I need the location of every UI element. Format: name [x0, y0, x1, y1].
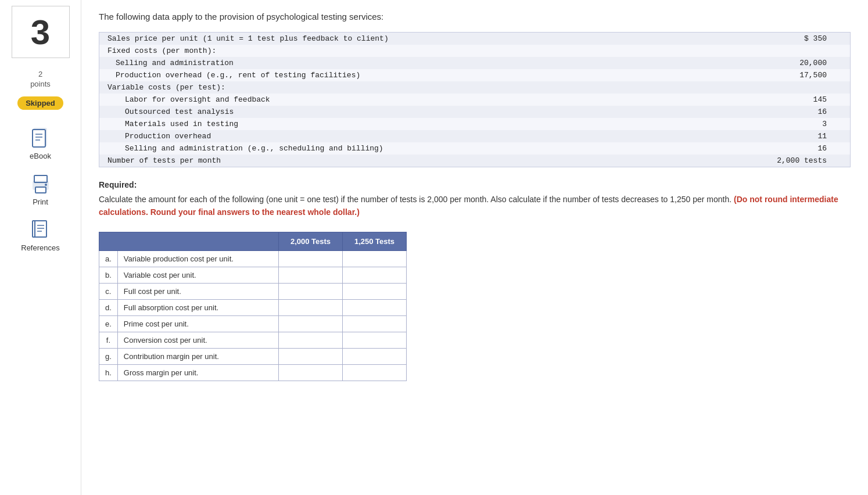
data-table-wrapper: Sales price per unit (1 unit = 1 test pl…: [99, 32, 851, 167]
row-letter: f.: [99, 332, 118, 348]
answer-input-2000-5[interactable]: [281, 336, 340, 345]
answer-table: 2,000 Tests 1,250 Tests a.Variable produ…: [99, 232, 407, 381]
input-cell-2000[interactable]: [279, 299, 343, 315]
required-label: Required:: [99, 180, 851, 189]
references-icon: [29, 219, 51, 241]
sidebar-item-references[interactable]: References: [21, 219, 59, 252]
points-text: points: [30, 80, 51, 88]
answer-input-1250-7[interactable]: [345, 368, 404, 377]
table-row: c.Full cost per unit.: [99, 283, 407, 299]
svg-rect-1: [33, 130, 45, 147]
answer-input-1250-3[interactable]: [345, 303, 404, 312]
input-cell-1250[interactable]: [343, 315, 407, 332]
input-cell-2000[interactable]: [279, 267, 343, 283]
required-text-part1: Calculate the amount for each of the fol…: [99, 195, 731, 204]
answer-input-2000-1[interactable]: [281, 271, 340, 279]
row-label: Variable production cost per unit.: [117, 250, 278, 267]
row-letter: b.: [99, 267, 118, 283]
row-label: Variable cost per unit.: [117, 267, 278, 283]
main-content: The following data apply to the provisio…: [81, 0, 868, 495]
references-label: References: [21, 243, 59, 252]
answer-input-1250-6[interactable]: [345, 352, 404, 361]
table-row: e.Prime cost per unit.: [99, 315, 407, 332]
svg-point-8: [45, 184, 47, 186]
answer-header-empty: [99, 232, 279, 250]
answer-table-wrapper: 2,000 Tests 1,250 Tests a.Variable produ…: [99, 232, 851, 381]
input-cell-1250[interactable]: [343, 283, 407, 299]
row-label: Prime cost per unit.: [117, 315, 278, 332]
answer-input-2000-4[interactable]: [281, 320, 340, 328]
input-cell-2000[interactable]: [279, 332, 343, 348]
skipped-badge: Skipped: [17, 96, 63, 110]
row-letter: a.: [99, 250, 118, 267]
row-label: Full cost per unit.: [117, 283, 278, 299]
table-row: b.Variable cost per unit.: [99, 267, 407, 283]
answer-input-2000-3[interactable]: [281, 303, 340, 312]
table-row: f.Conversion cost per unit.: [99, 332, 407, 348]
sidebar-item-print[interactable]: Print: [30, 173, 52, 206]
row-label: Full absorption cost per unit.: [117, 299, 278, 315]
table-row: d.Full absorption cost per unit.: [99, 299, 407, 315]
input-cell-2000[interactable]: [279, 315, 343, 332]
answer-input-2000-2[interactable]: [281, 287, 340, 296]
input-cell-2000[interactable]: [279, 250, 343, 267]
row-letter: c.: [99, 283, 118, 299]
ebook-icon: [30, 127, 52, 149]
required-section: Required: Calculate the amount for each …: [99, 180, 851, 219]
ebook-label: eBook: [30, 152, 51, 160]
data-table: Sales price per unit (1 unit = 1 test pl…: [99, 33, 850, 167]
row-label: Contribution margin per unit.: [117, 348, 278, 364]
required-text: Calculate the amount for each of the fol…: [99, 193, 851, 219]
input-cell-2000[interactable]: [279, 348, 343, 364]
answer-col2-header: 1,250 Tests: [343, 232, 407, 250]
input-cell-1250[interactable]: [343, 364, 407, 381]
print-label: Print: [33, 198, 48, 206]
answer-input-1250-2[interactable]: [345, 287, 404, 296]
sidebar-item-ebook[interactable]: eBook: [30, 127, 52, 160]
row-label: Conversion cost per unit.: [117, 332, 278, 348]
row-letter: g.: [99, 348, 118, 364]
svg-rect-7: [35, 187, 46, 193]
points-label: 2: [38, 70, 42, 78]
question-number: 3: [31, 12, 50, 52]
input-cell-1250[interactable]: [343, 250, 407, 267]
answer-input-2000-7[interactable]: [281, 368, 340, 377]
input-cell-1250[interactable]: [343, 332, 407, 348]
print-icon: [30, 173, 52, 195]
table-row: g.Contribution margin per unit.: [99, 348, 407, 364]
table-row: h.Gross margin per unit.: [99, 364, 407, 381]
sidebar: 3 2 points Skipped eBook: [0, 0, 81, 495]
question-intro: The following data apply to the provisio…: [99, 12, 851, 21]
row-label: Gross margin per unit.: [117, 364, 278, 381]
answer-input-1250-4[interactable]: [345, 320, 404, 328]
input-cell-1250[interactable]: [343, 348, 407, 364]
input-cell-1250[interactable]: [343, 299, 407, 315]
input-cell-1250[interactable]: [343, 267, 407, 283]
svg-rect-10: [35, 221, 46, 237]
answer-input-1250-5[interactable]: [345, 336, 404, 345]
answer-input-2000-6[interactable]: [281, 352, 340, 361]
row-letter: e.: [99, 315, 118, 332]
table-row: a.Variable production cost per unit.: [99, 250, 407, 267]
question-number-box: 3: [12, 6, 70, 58]
row-letter: d.: [99, 299, 118, 315]
input-cell-2000[interactable]: [279, 364, 343, 381]
answer-input-1250-0[interactable]: [345, 254, 404, 263]
row-letter: h.: [99, 364, 118, 381]
answer-input-1250-1[interactable]: [345, 271, 404, 279]
answer-col1-header: 2,000 Tests: [279, 232, 343, 250]
answer-input-2000-0[interactable]: [281, 254, 340, 263]
input-cell-2000[interactable]: [279, 283, 343, 299]
